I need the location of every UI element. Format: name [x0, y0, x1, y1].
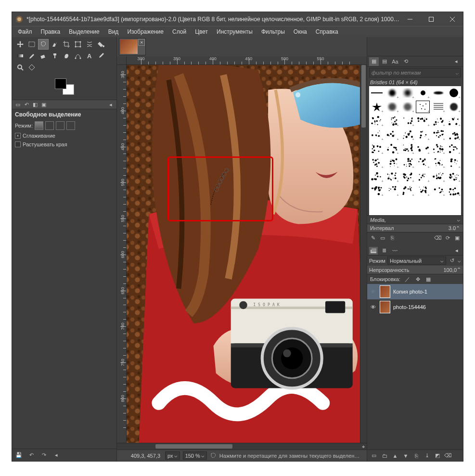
tab-undo-history[interactable]: ↶ — [23, 101, 30, 108]
menu-image[interactable]: Изображение — [123, 27, 167, 36]
brush-item[interactable]: + — [369, 128, 384, 142]
tool-warp[interactable] — [84, 39, 95, 50]
refresh-brush-icon[interactable]: ⟳ — [444, 234, 451, 242]
lock-alpha-icon[interactable]: ▦ — [424, 275, 432, 283]
brush-item[interactable]: + — [385, 114, 399, 128]
duplicate-layer-icon[interactable]: ⎘ — [412, 452, 420, 460]
lock-paint-icon[interactable]: ／ — [403, 275, 411, 283]
redo-icon[interactable]: ↷ — [40, 451, 48, 459]
mode-intersect[interactable] — [66, 121, 75, 130]
brush-item[interactable]: + — [446, 114, 461, 128]
menu-color[interactable]: Цвет — [191, 27, 212, 36]
tool-paintbrush[interactable] — [26, 51, 37, 61]
brush-item-selected[interactable]: + — [415, 100, 430, 114]
chevron-down-icon[interactable]: ⌵ — [458, 257, 461, 264]
status-zoom[interactable]: 150 % ⌵ — [183, 451, 207, 460]
brush-item[interactable]: + — [415, 156, 430, 169]
brush-item[interactable]: + — [415, 170, 430, 183]
brush-item[interactable]: + — [446, 128, 461, 142]
tab-device-status[interactable]: ◧ — [31, 101, 39, 108]
lower-layer-icon[interactable]: ▼ — [402, 452, 410, 460]
brush-item[interactable]: + — [431, 128, 446, 142]
feather-row[interactable]: Растушевать края — [15, 140, 114, 149]
tool-colorpicker[interactable] — [96, 51, 106, 61]
close-tab-icon[interactable]: ✕ — [138, 39, 145, 46]
tab-channels[interactable]: ≣ — [380, 247, 388, 255]
mask-icon[interactable]: ◩ — [434, 452, 441, 460]
spacing-stepper-icon[interactable]: ⌃ — [456, 225, 460, 232]
layer-name[interactable]: photo-154446 — [393, 304, 426, 310]
canvas[interactable]: I S O P A K — [127, 65, 360, 443]
mode-replace[interactable] — [35, 121, 43, 130]
brush-group[interactable]: Media,⌵ — [367, 215, 463, 224]
brush-item[interactable]: + — [385, 170, 399, 183]
brush-item[interactable]: + — [385, 128, 399, 142]
tab-images[interactable]: ▣ — [40, 101, 48, 108]
brush-item[interactable]: + — [446, 184, 461, 197]
brush-item[interactable]: + — [446, 100, 461, 114]
brush-item[interactable]: + — [385, 142, 399, 155]
brush-item[interactable]: + — [431, 114, 446, 128]
delete-layer-icon[interactable]: ⌫ — [444, 452, 452, 460]
new-group-icon[interactable]: 🗀 — [381, 452, 388, 460]
delete-brush-icon[interactable]: ⌫ — [434, 234, 442, 242]
tab-menu-icon[interactable]: ◂ — [451, 57, 461, 66]
brush-item[interactable]: + — [446, 156, 461, 169]
brush-item[interactable]: + — [415, 142, 430, 155]
mode-switch-icon[interactable]: ↺ — [448, 257, 456, 265]
brush-item[interactable]: + — [431, 184, 446, 197]
tool-eraser[interactable] — [38, 51, 49, 61]
brush-item[interactable]: + — [385, 100, 399, 114]
tab-layers[interactable] — [369, 247, 378, 255]
vscroll-thumb[interactable] — [361, 65, 366, 128]
minimize-button[interactable] — [399, 12, 421, 26]
tool-clone[interactable] — [50, 51, 60, 61]
color-swatches[interactable] — [12, 78, 116, 95]
save-options-icon[interactable]: 💾 — [15, 451, 23, 459]
tab-menu-icon[interactable]: ◂ — [107, 101, 115, 108]
hscroll-thumb[interactable] — [155, 444, 232, 449]
raise-layer-icon[interactable]: ▲ — [391, 452, 399, 460]
brush-item[interactable]: + — [400, 128, 415, 142]
layer-opacity[interactable]: Непрозрачность 100,0 ⌃ — [367, 266, 463, 274]
brush-item[interactable]: + — [400, 114, 415, 128]
reset-icon[interactable]: ◂ — [52, 451, 60, 459]
brush-item[interactable]: + — [400, 142, 415, 155]
tool-fuzzy-select[interactable] — [50, 39, 60, 50]
tool-smudge[interactable] — [61, 51, 72, 61]
brush-item[interactable] — [431, 86, 446, 100]
menu-filters[interactable]: Фильтры — [257, 27, 289, 36]
close-button[interactable] — [442, 12, 463, 26]
mode-add[interactable] — [45, 121, 54, 130]
canvas-nav-icon[interactable]: ⌖ — [360, 443, 367, 450]
brush-item[interactable]: + — [369, 170, 384, 183]
tag-filter-input[interactable]: фильтр по меткам ⌵ — [369, 68, 461, 77]
brush-item[interactable]: + — [446, 142, 461, 155]
brush-item[interactable]: + — [431, 170, 446, 183]
tab-patterns[interactable]: ▤ — [380, 57, 389, 66]
ruler-horizontal[interactable]: 300350400450500550 — [127, 56, 360, 65]
menu-selection[interactable]: Выделение — [65, 27, 103, 36]
menu-tools[interactable]: Инструменты — [213, 27, 257, 36]
feather-checkbox[interactable] — [15, 142, 21, 147]
opacity-stepper-icon[interactable]: ⌃ — [457, 267, 461, 273]
dup-brush-icon[interactable]: ⎘ — [388, 234, 396, 242]
horizontal-scrollbar[interactable]: ⌖ — [117, 443, 367, 450]
tool-measure[interactable] — [26, 62, 37, 73]
vertical-scrollbar[interactable] — [360, 65, 367, 443]
status-unit[interactable]: px ⌵ — [165, 451, 180, 460]
brush-item[interactable] — [369, 86, 384, 100]
brush-item[interactable]: + — [415, 184, 430, 197]
brush-item[interactable]: + — [369, 156, 384, 169]
brush-spacing[interactable]: Интервал 3.0 ⌃ — [367, 224, 463, 232]
layer-name[interactable]: Копия photo-1 — [393, 289, 427, 295]
open-as-image-icon[interactable]: ▣ — [453, 234, 461, 242]
new-brush-icon[interactable]: ▭ — [379, 234, 386, 242]
brush-item[interactable]: + — [415, 114, 430, 128]
antialias-row[interactable]: × Сглаживание — [15, 131, 114, 140]
brush-item[interactable]: + — [400, 156, 415, 169]
visibility-toggle[interactable]: 👁 — [369, 303, 377, 311]
tool-rect-select[interactable] — [26, 39, 37, 50]
tab-menu-icon[interactable]: ◂ — [452, 247, 461, 255]
visibility-toggle[interactable]: 👁 — [369, 288, 377, 296]
